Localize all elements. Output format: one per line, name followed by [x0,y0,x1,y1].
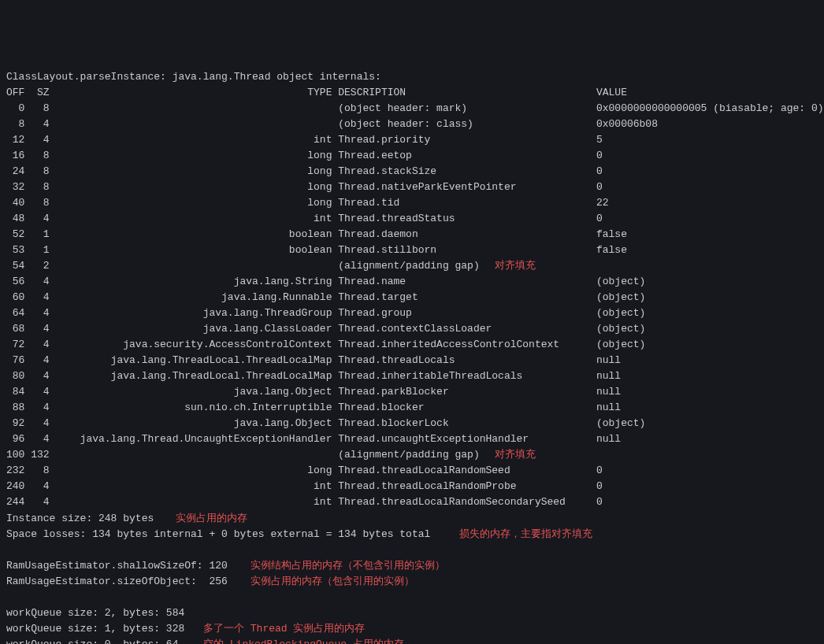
table-row: 64 4 java.lang.ThreadGroup Thread.group … [6,305,818,321]
title-line: ClassLayout.parseInstance: java.lang.Thr… [6,69,818,85]
table-row: 244 4 int Thread.threadLocalRandomSecond… [6,494,818,510]
footer-line: workQueue size: 0, bytes: 64空的 LinkedBlo… [6,637,818,644]
footer-line: workQueue size: 2, bytes: 584 [6,605,818,621]
table-row: 12 4 int Thread.priority 5 [6,132,818,148]
footer-line: Space losses: 134 bytes internal + 0 byt… [6,527,818,542]
table-row: 52 1 boolean Thread.daemon false [6,227,818,242]
footer-line: RamUsageEstimator.sizeOfObject: 256实例占用的… [6,574,818,590]
table-row: 16 8 long Thread.eetop 0 [6,148,818,164]
footer-line [6,590,818,605]
table-row: 96 4 java.lang.Thread.UncaughtExceptionH… [6,431,818,447]
table-row: 48 4 int Thread.threadStatus 0 [6,211,818,227]
annotation: 损失的内存，主要指对齐填充 [459,527,592,542]
table-row: 8 4 (object header: class) 0x00006b08 [6,117,818,132]
annotation: 多了一个 Thread 实例占用的内存 [203,621,365,637]
table-row: 76 4 java.lang.ThreadLocal.ThreadLocalMa… [6,353,818,368]
table-row: 32 8 long Thread.nativeParkEventPointer … [6,180,818,195]
table-row: 60 4 java.lang.Runnable Thread.target (o… [6,290,818,305]
annotation: 对齐填充 [495,258,536,274]
table-row: 80 4 java.lang.ThreadLocal.ThreadLocalMa… [6,368,818,384]
table-row: 24 8 long Thread.stackSize 0 [6,164,818,180]
table-row: 0 8 (object header: mark) 0x000000000000… [6,101,818,117]
table-row: 92 4 java.lang.Object Thread.blockerLock… [6,416,818,431]
table-row: 84 4 java.lang.Object Thread.parkBlocker… [6,384,818,400]
table-row: 88 4 sun.nio.ch.Interruptible Thread.blo… [6,400,818,416]
annotation: 空的 LinkedBlockingQueue 占用的内存 [203,637,404,644]
console-output: ClassLayout.parseInstance: java.lang.Thr… [6,69,818,644]
table-row: 232 8 long Thread.threadLocalRandomSeed … [6,463,818,479]
annotation: 实例结构占用的内存（不包含引用的实例） [251,558,445,574]
table-header: OFF SZ TYPE DESCRIPTION VALUE [6,85,818,101]
annotation: 实例占用的内存 [176,511,247,527]
footer-line [6,542,818,558]
table-row: 56 4 java.lang.String Thread.name (objec… [6,274,818,290]
footer-line: Instance size: 248 bytes实例占用的内存 [6,511,818,527]
table-row: 68 4 java.lang.ClassLoader Thread.contex… [6,321,818,337]
footer-line: workQueue size: 1, bytes: 328多了一个 Thread… [6,621,818,637]
table-row: 40 8 long Thread.tid 22 [6,195,818,211]
table-row: 53 1 boolean Thread.stillborn false [6,242,818,258]
table-row: 100 132 (alignment/padding gap) 对齐填充 [6,447,818,463]
annotation: 实例占用的内存（包含引用的实例） [251,574,414,590]
footer-line: RamUsageEstimator.shallowSizeOf: 120实例结构… [6,558,818,574]
table-row: 240 4 int Thread.threadLocalRandomProbe … [6,479,818,494]
annotation: 对齐填充 [495,447,536,463]
table-row: 54 2 (alignment/padding gap) 对齐填充 [6,258,818,274]
table-row: 72 4 java.security.AccessControlContext … [6,337,818,353]
